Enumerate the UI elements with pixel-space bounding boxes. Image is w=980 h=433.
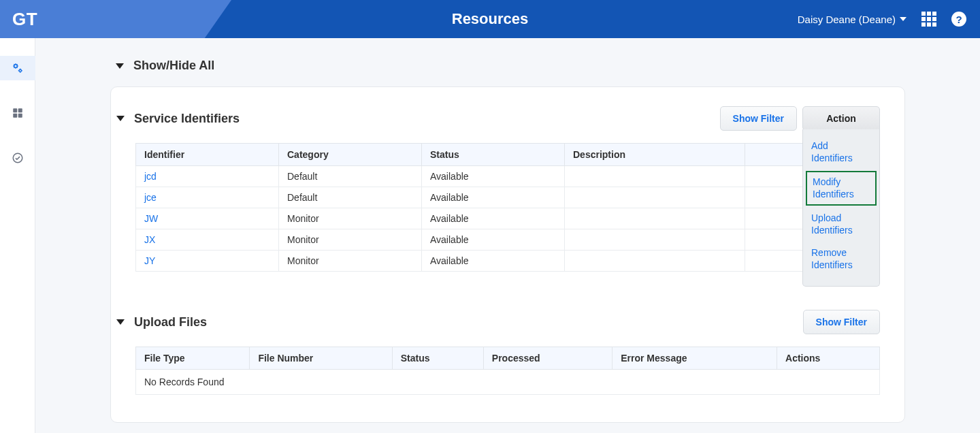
table-row: JXMonitorAvailableDelete: [136, 229, 880, 251]
section-title-service-identifiers: Service Identifiers: [134, 112, 240, 126]
rail-item-dashboard[interactable]: [0, 101, 35, 125]
col-file-type[interactable]: File Type: [136, 347, 250, 370]
col-error-message[interactable]: Error Message: [612, 347, 777, 370]
identifier-link[interactable]: jcd: [136, 166, 279, 187]
section-toggle-service-identifiers[interactable]: Service Identifiers: [116, 112, 240, 126]
cell-status: Available: [422, 208, 565, 229]
help-icon[interactable]: ?: [951, 12, 966, 27]
col-description[interactable]: Description: [565, 144, 745, 166]
svg-rect-4: [13, 114, 17, 118]
service-identifiers-table: Identifier Category Status Description A…: [135, 143, 880, 272]
action-remove-identifiers[interactable]: Remove Identifiers: [803, 242, 879, 276]
app-logo[interactable]: GT: [12, 9, 37, 30]
cell-category: Default: [279, 187, 422, 208]
action-modify-identifiers[interactable]: Modify Identifiers: [806, 171, 877, 206]
col-processed[interactable]: Processed: [483, 347, 612, 370]
cell-category: Monitor: [279, 208, 422, 229]
chevron-down-icon: [900, 17, 906, 21]
check-circle-icon: [12, 152, 24, 164]
svg-rect-2: [13, 108, 17, 112]
col-actions-uf: Actions: [777, 347, 880, 370]
identifier-link[interactable]: jce: [136, 187, 279, 208]
cell-status: Available: [422, 166, 565, 187]
caret-down-icon: [116, 63, 124, 69]
svg-point-1: [19, 69, 21, 71]
svg-rect-3: [18, 108, 22, 112]
gears-icon: [12, 62, 24, 74]
action-menu: Add Identifiers Modify Identifiers Uploa…: [802, 129, 880, 287]
toggle-show-hide-all[interactable]: Show/Hide All: [116, 59, 980, 73]
rail-item-status[interactable]: [0, 146, 35, 170]
action-add-identifiers[interactable]: Add Identifiers: [803, 135, 879, 170]
section-title-upload-files: Upload Files: [134, 315, 207, 330]
show-filter-button-upload-files[interactable]: Show Filter: [803, 310, 880, 334]
identifier-link[interactable]: JX: [136, 229, 279, 251]
section-toggle-upload-files[interactable]: Upload Files: [116, 315, 207, 330]
show-filter-button-service-identifiers[interactable]: Show Filter: [720, 106, 797, 131]
col-identifier[interactable]: Identifier: [136, 144, 279, 166]
action-button[interactable]: Action: [802, 106, 880, 131]
dashboard-icon: [12, 107, 24, 119]
page-title: Resources: [452, 10, 529, 28]
svg-point-0: [14, 65, 17, 68]
identifier-link[interactable]: JW: [136, 208, 279, 229]
cell-description: [565, 208, 745, 229]
upload-files-table: File Type File Number Status Processed E…: [135, 347, 880, 395]
caret-down-icon: [116, 319, 125, 325]
table-row: jceDefaultAvailableDelete: [136, 187, 880, 208]
cell-description: [565, 166, 745, 187]
cell-description: [565, 187, 745, 208]
col-file-number[interactable]: File Number: [250, 347, 392, 370]
caret-down-icon: [116, 116, 125, 121]
col-status-uf[interactable]: Status: [392, 347, 483, 370]
cell-status: Available: [422, 251, 565, 272]
cell-description: [565, 251, 745, 272]
cell-category: Monitor: [279, 229, 422, 251]
table-row: jcdDefaultAvailableDelete: [136, 166, 880, 187]
svg-rect-5: [18, 114, 22, 118]
user-label: Daisy Deane (Deane): [798, 14, 896, 25]
apps-grid-icon[interactable]: [921, 12, 936, 27]
table-row: JWMonitorAvailableDelete: [136, 208, 880, 229]
cell-category: Monitor: [279, 251, 422, 272]
cell-status: Available: [422, 229, 565, 251]
cell-description: [565, 229, 745, 251]
upload-files-empty-row: No Records Found: [136, 370, 880, 395]
col-status[interactable]: Status: [422, 144, 565, 166]
cell-category: Default: [279, 166, 422, 187]
action-upload-identifiers[interactable]: Upload Identifiers: [803, 207, 879, 242]
no-records-label: No Records Found: [136, 370, 880, 395]
cell-status: Available: [422, 187, 565, 208]
col-category[interactable]: Category: [279, 144, 422, 166]
toggle-all-label: Show/Hide All: [133, 59, 214, 73]
table-row: JYMonitorAvailableDelete: [136, 251, 880, 272]
user-menu[interactable]: Daisy Deane (Deane): [798, 14, 906, 25]
svg-point-6: [13, 153, 22, 163]
identifier-link[interactable]: JY: [136, 251, 279, 272]
rail-item-settings[interactable]: [0, 56, 35, 80]
